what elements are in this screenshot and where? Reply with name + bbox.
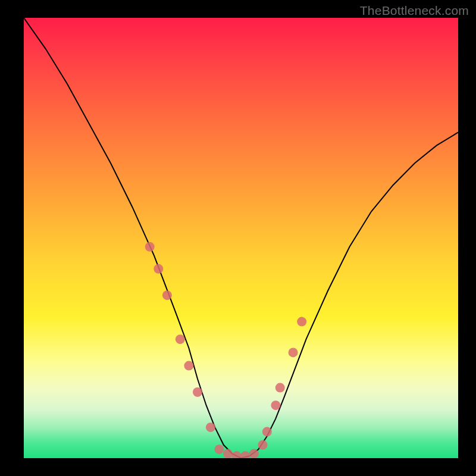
marker-dot [275, 383, 285, 393]
marker-dot [154, 264, 163, 274]
marker-dot [289, 347, 298, 357]
marker-dot [206, 422, 215, 432]
marker-dot [262, 427, 272, 437]
chart-frame: TheBottleneck.com [0, 0, 476, 476]
marker-dot [223, 449, 233, 458]
marker-dot [184, 361, 193, 371]
bottleneck-curve [24, 18, 458, 458]
watermark-text: TheBottleneck.com [360, 4, 469, 18]
marker-dot [145, 242, 155, 252]
marker-dot [271, 400, 280, 410]
marker-dot [297, 317, 306, 327]
plot-area [24, 18, 458, 458]
marker-dot [176, 334, 185, 344]
highlight-dots [145, 242, 307, 458]
marker-dot [258, 440, 268, 450]
marker-dot [215, 444, 224, 454]
curve-layer [24, 18, 458, 458]
marker-dot [232, 451, 242, 458]
marker-dot [162, 290, 172, 300]
marker-dot [240, 451, 250, 458]
marker-dot [249, 449, 259, 458]
marker-dot [193, 387, 202, 397]
